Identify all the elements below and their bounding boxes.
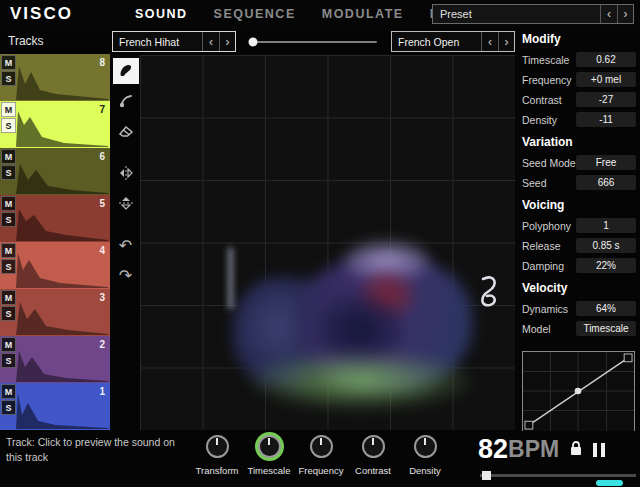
transform-knob[interactable] <box>206 435 229 458</box>
param-label: Timescale <box>522 54 569 66</box>
param-label: Contrast <box>522 94 562 106</box>
timescale-value[interactable]: 0.62 <box>576 52 636 67</box>
tracks-header: Tracks <box>0 28 110 54</box>
sample-next-chevron-icon[interactable]: › <box>219 32 235 51</box>
solo-button[interactable]: S <box>1 118 16 133</box>
solo-button[interactable]: S <box>1 165 16 180</box>
frequency-value[interactable]: +0 mel <box>576 72 636 87</box>
main-tabs: SOUND SEQUENCE MODULATE MIX <box>135 7 456 21</box>
section-title-voicing: Voicing <box>522 198 636 212</box>
mute-button[interactable]: M <box>1 243 16 258</box>
density-value[interactable]: -11 <box>576 112 636 127</box>
track-number: 2 <box>99 339 105 350</box>
morph-slider[interactable] <box>236 31 391 52</box>
sample-next-chevron-icon[interactable]: › <box>498 32 514 51</box>
mute-button[interactable]: M <box>1 337 16 352</box>
release-value[interactable]: 0.85 s <box>576 238 636 253</box>
tab-modulate[interactable]: MODULATE <box>322 7 404 21</box>
preset-next-chevron-icon[interactable]: › <box>617 5 633 23</box>
undo-icon[interactable]: ↶ <box>113 232 139 258</box>
track-row-7[interactable]: MS 7 <box>0 101 110 148</box>
mute-button[interactable]: M <box>1 384 16 399</box>
frequency-knob[interactable] <box>310 435 333 458</box>
track-row-5[interactable]: MS 5 <box>0 195 110 242</box>
tab-sound[interactable]: SOUND <box>135 7 188 21</box>
track-row-8[interactable]: MS 8 <box>0 54 110 101</box>
param-label: Seed Mode <box>522 157 576 169</box>
redo-icon[interactable]: ↷ <box>113 262 139 288</box>
lock-icon[interactable] <box>569 440 583 460</box>
bpm-value[interactable]: 82 <box>478 434 508 465</box>
sample-prev-chevron-icon[interactable]: ‹ <box>482 32 498 51</box>
section-title-velocity: Velocity <box>522 281 636 295</box>
bpm-display[interactable]: 82 BPM <box>478 434 605 465</box>
track-row-1[interactable]: MS 1 <box>0 383 110 430</box>
flip-horizontal-icon[interactable] <box>113 160 139 186</box>
section-title-variation: Variation <box>522 135 636 149</box>
solo-button[interactable]: S <box>1 212 16 227</box>
morph-slider-handle[interactable] <box>248 37 257 46</box>
track-number: 4 <box>99 245 105 256</box>
knob-label: Transform <box>196 465 239 476</box>
spectral-canvas[interactable] <box>140 55 515 430</box>
sample-prev-chevron-icon[interactable]: ‹ <box>203 32 219 51</box>
bottom-scrollbar[interactable] <box>480 470 636 480</box>
white-squiggle <box>459 271 501 329</box>
scrollbar-track[interactable] <box>480 474 636 477</box>
morph-slider-track[interactable] <box>250 41 377 43</box>
parameter-panel: Modify Timescale0.62 Frequency+0 mel Con… <box>522 32 636 436</box>
contrast-value[interactable]: -27 <box>576 92 636 107</box>
mute-button[interactable]: M <box>1 102 16 117</box>
param-label: Polyphony <box>522 220 571 232</box>
dynamics-value[interactable]: 64% <box>576 301 636 316</box>
polyphony-value[interactable]: 1 <box>576 218 636 233</box>
timescale-knob[interactable] <box>258 435 281 458</box>
smudge-tool-icon[interactable] <box>113 88 139 114</box>
sound-specimen-image[interactable] <box>228 247 493 395</box>
model-value[interactable]: Timescale <box>576 321 636 336</box>
track-number: 1 <box>99 386 105 397</box>
track-row-3[interactable]: MS 3 <box>0 289 110 336</box>
mute-button[interactable]: M <box>1 196 16 211</box>
seed-mode-value[interactable]: Free <box>576 155 636 170</box>
eraser-tool-icon[interactable] <box>113 118 139 144</box>
bottom-bar: Track: Click to preview the sound on thi… <box>0 431 640 487</box>
waveform-thumbnail <box>16 295 108 335</box>
mute-button[interactable]: M <box>1 290 16 305</box>
sample-selector-right[interactable]: French Open ‹ › <box>391 31 515 52</box>
flip-vertical-icon[interactable] <box>113 190 139 216</box>
status-hint: Track: Click to preview the sound on thi… <box>6 435 182 464</box>
bpm-unit: BPM <box>508 436 559 463</box>
preset-prev-chevron-icon[interactable]: ‹ <box>601 5 617 23</box>
brush-tool-icon[interactable] <box>113 58 139 84</box>
track-row-2[interactable]: MS 2 <box>0 336 110 383</box>
pause-icon[interactable] <box>593 443 605 457</box>
solo-button[interactable]: S <box>1 259 16 274</box>
damping-value[interactable]: 22% <box>576 258 636 273</box>
scrollbar-handle[interactable] <box>482 471 491 480</box>
track-row-4[interactable]: MS 4 <box>0 242 110 289</box>
knob-label: Timescale <box>248 465 291 476</box>
knob-label: Density <box>409 465 441 476</box>
density-knob[interactable] <box>414 435 437 458</box>
seed-value[interactable]: 666 <box>576 175 636 190</box>
velocity-curve-editor[interactable] <box>522 351 635 432</box>
mute-button[interactable]: M <box>1 149 16 164</box>
solo-button[interactable]: S <box>1 353 16 368</box>
track-row-6[interactable]: MS 6 <box>0 148 110 195</box>
mute-button[interactable]: M <box>1 55 16 70</box>
transform-knob-group: Transform <box>192 435 242 476</box>
sample-name-right: French Open <box>392 36 481 48</box>
cyan-indicator <box>596 480 623 486</box>
waveform-thumbnail <box>16 201 108 241</box>
top-bar: VISCO SOUND SEQUENCE MODULATE MIX Preset… <box>0 0 640 28</box>
solo-button[interactable]: S <box>1 71 16 86</box>
contrast-knob[interactable] <box>362 435 385 458</box>
solo-button[interactable]: S <box>1 400 16 415</box>
tab-sequence[interactable]: SEQUENCE <box>214 7 296 21</box>
solo-button[interactable]: S <box>1 306 16 321</box>
sample-selector-left[interactable]: French Hihat ‹ › <box>112 31 236 52</box>
density-knob-group: Density <box>400 435 450 476</box>
preset-dropdown[interactable]: Preset ‹ › <box>432 4 634 24</box>
param-label: Seed <box>522 177 547 189</box>
